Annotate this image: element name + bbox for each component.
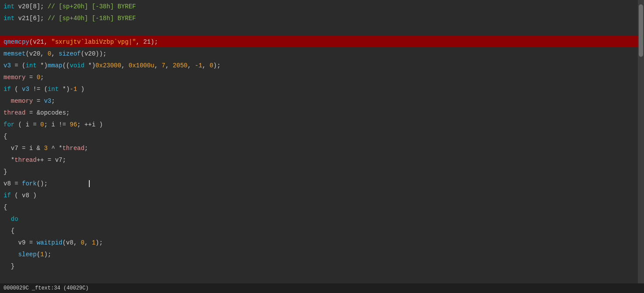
code-line: int v21[6]; // [sp+40h] [-18h] BYREF: [0, 12, 644, 24]
code-line: int v20[8]; // [sp+20h] [-38h] BYREF: [0, 0, 644, 12]
code-line: {: [0, 130, 644, 142]
code-line: [0, 24, 644, 35]
code-editor[interactable]: int v20[8]; // [sp+20h] [-38h] BYREF int…: [0, 0, 644, 283]
code-line: if ( v8 ): [0, 189, 644, 201]
code-line-highlighted: qmemcpy(v21, "sxrujtv`labiVzbp`vpg|", 21…: [0, 35, 644, 47]
status-text: 0000029C _ftext:34 (40029C): [4, 285, 88, 291]
text-cursor: [89, 180, 90, 187]
code-line: v7 = i & 3 ^ *thread;: [0, 142, 644, 153]
status-bar: 0000029C _ftext:34 (40029C): [0, 283, 644, 293]
code-line: if ( v3 != (int *)-1 ): [0, 83, 644, 94]
code-line: memset(v20, 0, sizeof(v20));: [0, 47, 644, 59]
code-line: memory = 0;: [0, 71, 644, 83]
code-line: sleep(1);: [0, 248, 644, 260]
scrollbar[interactable]: [638, 0, 644, 283]
code-line: }: [0, 260, 644, 272]
code-line: {: [0, 224, 644, 236]
code-line: {: [0, 201, 644, 213]
code-line: memory = v3;: [0, 94, 644, 106]
scrollbar-thumb[interactable]: [639, 4, 643, 57]
code-line: *thread++ = v7;: [0, 153, 644, 165]
code-line: }: [0, 165, 644, 177]
code-line: v8 = fork();: [0, 177, 644, 189]
code-line: for ( i = 0; i != 96; ++i ): [0, 118, 644, 130]
code-line: v9 = waitpid(v8, 0, 1);: [0, 236, 644, 248]
code-line: do: [0, 213, 644, 224]
code-line: thread = &opcodes;: [0, 106, 644, 118]
code-line: v3 = (int *)mmap((void *)0x23000, 0x1000…: [0, 59, 644, 71]
